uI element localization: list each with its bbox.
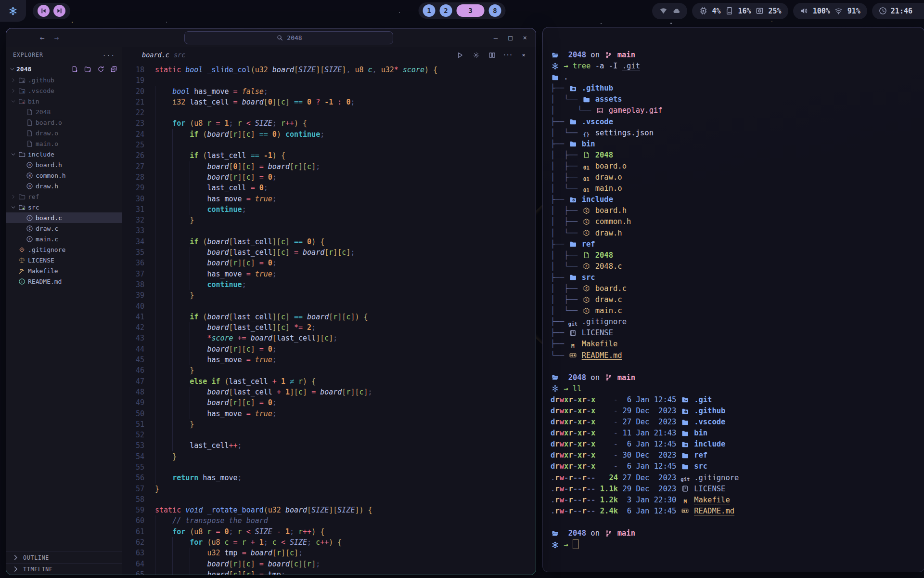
- tree-item-.vscode[interactable]: .vscode: [6, 85, 122, 96]
- code-line-30: 30 has_move = true;: [122, 194, 536, 204]
- collapse-all-button[interactable]: [109, 65, 118, 73]
- code-line-35: 35 board[last_cell][c] = board[r][c];: [122, 247, 536, 258]
- line-number: 41: [122, 312, 144, 322]
- line-number: 20: [122, 86, 144, 97]
- tree-item-bin[interactable]: bin: [6, 96, 122, 106]
- tree-item-label: README.md: [28, 278, 62, 285]
- tree-item-main.o[interactable]: main.o: [6, 138, 122, 149]
- split-button[interactable]: [488, 51, 496, 59]
- code-line-47: 47 else if (last_cell + 1 ≠ r) {: [122, 376, 536, 387]
- tree-item-LICENSE[interactable]: LICENSE: [6, 255, 122, 265]
- timeline-section[interactable]: TIMELINE: [6, 563, 122, 575]
- command-search-box[interactable]: 2048: [184, 31, 393, 44]
- gear-button[interactable]: [472, 51, 480, 59]
- terminal-line: drwxr-xr-x - 6 Jan 12:45 src: [551, 461, 919, 472]
- terminal-line: │ ├── 01 draw.o: [551, 172, 919, 183]
- media-previous-button[interactable]: [38, 5, 50, 17]
- timeline-label: TIMELINE: [23, 566, 53, 573]
- line-number: 18: [122, 65, 144, 75]
- refresh-button[interactable]: [96, 65, 105, 73]
- terminal-line: drwxr-xr-x - 6 Jan 12:45 include: [551, 439, 919, 450]
- tree-item-2048[interactable]: 2048: [6, 106, 122, 117]
- run-button[interactable]: [456, 51, 464, 59]
- close-editor-button[interactable]: ×: [519, 51, 528, 59]
- workspace-button-2[interactable]: 2: [440, 4, 452, 17]
- tree-item-include[interactable]: include: [6, 149, 122, 159]
- new-file-button[interactable]: [70, 65, 79, 73]
- tree-item-src[interactable]: src: [6, 202, 122, 212]
- code-line-53: 53 last_cell++;: [122, 440, 536, 451]
- line-number: 24: [122, 129, 144, 140]
- clock-icon: [879, 7, 887, 15]
- nav-back-button[interactable]: ←: [40, 33, 45, 42]
- file-binary-icon: 01: [582, 186, 590, 194]
- launcher-button[interactable]: [0, 0, 26, 22]
- minimize-button[interactable]: –: [494, 34, 498, 41]
- terminal-line: ├── M Makefile: [551, 339, 919, 350]
- tree-item-.gitignore[interactable]: .gitignore: [6, 244, 122, 255]
- tree-item-draw.c[interactable]: Cdraw.c: [6, 223, 122, 234]
- gitignore-icon: [17, 246, 26, 253]
- line-number: 35: [122, 247, 144, 258]
- terminal-window[interactable]: 2048 on main → tree -a -I .git .├── .git…: [542, 27, 924, 572]
- tree-item-board.c[interactable]: Cboard.c: [6, 212, 122, 223]
- terminal-blank-line: [551, 517, 919, 528]
- maximize-button[interactable]: □: [508, 34, 512, 41]
- tree-item-common.h[interactable]: Hcommon.h: [6, 170, 122, 181]
- permissions: drwxr-xr-x: [551, 462, 595, 471]
- code-line-54: 54 }: [122, 451, 536, 462]
- explorer-more-button[interactable]: ···: [103, 52, 115, 59]
- more-actions-button[interactable]: ···: [503, 51, 512, 59]
- cloud-icon: [672, 7, 680, 15]
- tree-item-board.h[interactable]: Hboard.h: [6, 159, 122, 170]
- new-folder-button[interactable]: [83, 65, 92, 73]
- tree-item-label: main.o: [36, 140, 58, 147]
- line-number: 51: [122, 419, 144, 430]
- permissions: drwxr-xr-x: [551, 451, 595, 460]
- nav-forward-button[interactable]: →: [54, 33, 59, 42]
- project-root-row[interactable]: 2048: [6, 63, 122, 75]
- tree-item-main.c[interactable]: Cmain.c: [6, 234, 122, 244]
- media-next-button[interactable]: [53, 5, 65, 17]
- workspace-button-1[interactable]: 1: [423, 4, 436, 17]
- terminal-line: .rw-r--r-- 24 27 Dec 2023 git .gitignore: [551, 473, 919, 484]
- workspace-button-8[interactable]: 8: [489, 4, 501, 17]
- terminal-line: │ └── gameplay.gif: [551, 105, 919, 116]
- terminal-line: ├── bin: [551, 139, 919, 150]
- tab-board-c[interactable]: board.c: [142, 51, 169, 59]
- svg-text:H: H: [28, 184, 30, 188]
- editor-pane: board.c src ···× 18static bool _slide_co…: [122, 47, 536, 575]
- tree-item-.github[interactable]: .github: [6, 75, 122, 85]
- code-area[interactable]: 18static bool _slide_col(u32 board[SIZE]…: [122, 63, 536, 575]
- tree-item-draw.o[interactable]: draw.o: [6, 128, 122, 138]
- h-file-icon: H: [25, 171, 34, 179]
- c-file-icon: [130, 51, 139, 59]
- file-icon: [25, 108, 34, 116]
- top-bar: 1238 4% 16% 25% 100% 91% 21:46: [0, 0, 924, 22]
- terminal-line: ├── src: [551, 272, 919, 283]
- h-file-icon: H: [25, 182, 34, 190]
- code-line-38: 38 continue;: [122, 279, 536, 290]
- svg-text:C: C: [585, 220, 587, 224]
- close-button[interactable]: ×: [523, 34, 527, 41]
- terminal-blank-line: [551, 361, 919, 372]
- tree-item-Makefile[interactable]: Makefile: [6, 265, 122, 276]
- line-number: 54: [122, 451, 144, 462]
- chevron-down-icon: [8, 65, 17, 73]
- outline-section[interactable]: OUTLINE: [6, 552, 122, 563]
- code-line-48: 48 board[last_cell + 1][c] = board[r][c]…: [122, 387, 536, 397]
- tree-item-ref[interactable]: ref: [6, 191, 122, 202]
- folder-github-icon: [568, 84, 577, 92]
- code-line-59: 59static void _rotate_board(u32 board[SI…: [122, 505, 536, 515]
- tree-item-draw.h[interactable]: Hdraw.h: [6, 181, 122, 191]
- tree-item-board.o[interactable]: board.o: [6, 117, 122, 128]
- tree-item-README.md[interactable]: README.md: [6, 276, 122, 287]
- folder-gear-icon: [568, 196, 577, 203]
- vscode-titlebar: ← → 2048 –□×: [6, 28, 536, 47]
- workspace-button-3[interactable]: 3: [457, 4, 485, 17]
- volume-level: 100%: [813, 7, 830, 15]
- terminal-line: ├── ref: [551, 239, 919, 250]
- tree-item-label: board.c: [36, 214, 62, 222]
- folder-open-icon: [551, 51, 559, 59]
- file-binary-icon: 01: [582, 175, 590, 183]
